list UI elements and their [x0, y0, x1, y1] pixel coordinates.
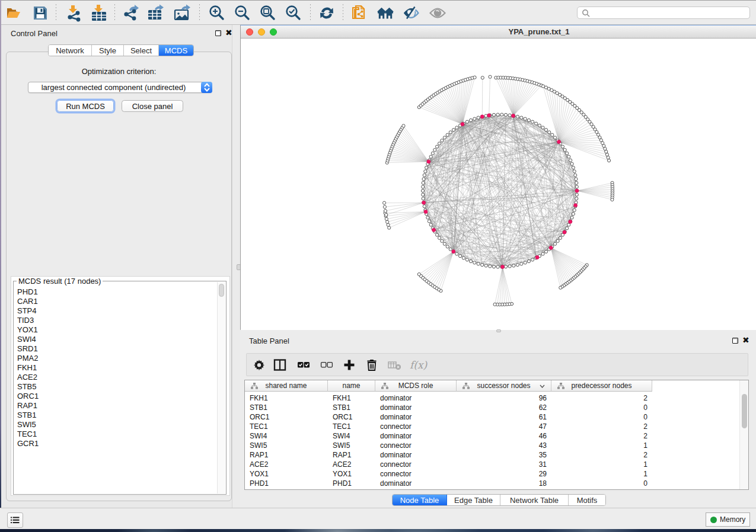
result-item[interactable]: SWI4 — [14, 335, 217, 344]
cell-predecessor-nodes: 0 — [551, 412, 652, 422]
main-toolbar — [0, 0, 756, 25]
tab-edge-table[interactable]: Edge Table — [447, 495, 500, 505]
result-item[interactable]: YOX1 — [14, 325, 217, 335]
zoom-selected-icon[interactable] — [284, 4, 302, 22]
table-row[interactable]: PHD1PHD1dominator180 — [245, 479, 739, 488]
result-item[interactable]: FKH1 — [14, 363, 217, 373]
table-row[interactable]: STB1STB1dominator620 — [245, 403, 739, 412]
table-row[interactable]: SWI4SWI4dominator462 — [245, 431, 739, 441]
result-item[interactable]: ORC1 — [14, 392, 217, 401]
delete-table-icon[interactable] — [387, 358, 401, 372]
window-close-icon[interactable] — [246, 28, 253, 36]
optimization-criterion-select[interactable]: largest connected component (undirected) — [28, 82, 212, 93]
cell-predecessor-nodes: 2 — [551, 393, 652, 403]
cell-shared-name: SWI5 — [245, 441, 328, 450]
function-builder-icon[interactable]: f(x) — [409, 358, 428, 372]
close-panel-button[interactable]: Close panel — [122, 100, 183, 112]
result-item[interactable]: STP4 — [14, 306, 217, 316]
table-row[interactable]: TEC1TEC1connector472 — [245, 422, 739, 431]
tab-network-table[interactable]: Network Table — [500, 495, 569, 505]
result-item[interactable]: STB5 — [14, 382, 217, 392]
result-scrollbar[interactable] — [217, 282, 225, 493]
table-row[interactable]: RAP1RAP1dominator352 — [245, 450, 739, 460]
panel-menu-button[interactable] — [7, 512, 23, 528]
memory-button[interactable]: Memory — [706, 512, 750, 527]
close-panel-icon[interactable]: ✖ — [225, 30, 232, 36]
cell-shared-name: PHD1 — [245, 479, 328, 488]
hide-panels-icon[interactable] — [402, 4, 420, 22]
table-row[interactable]: ORC1ORC1dominator610 — [245, 412, 739, 422]
control-panel-title: Control Panel — [11, 29, 58, 38]
select-all-rows-icon[interactable] — [296, 358, 311, 372]
mcds-result-panel: MCDS result (17 nodes) PHD1CAR1STP4TID3Y… — [11, 276, 230, 496]
column-header-MCDS-role[interactable]: MCDS role — [375, 380, 457, 392]
save-session-icon[interactable] — [31, 4, 49, 22]
table-scrollbar[interactable] — [739, 380, 748, 489]
show-all-panels-icon[interactable] — [377, 4, 394, 22]
refresh-layout-icon[interactable] — [318, 4, 336, 22]
mcds-result-list[interactable]: PHD1CAR1STP4TID3YOX1SWI4SRD1PMA2FKH1ACE2… — [14, 287, 217, 493]
result-item[interactable]: RAP1 — [14, 401, 217, 411]
table-row[interactable]: YOX1YOX1connector291 — [245, 469, 739, 479]
result-scrollbar-thumb[interactable] — [219, 284, 224, 297]
tab-mcds[interactable]: MCDS — [159, 45, 193, 56]
result-item[interactable]: PMA2 — [14, 354, 217, 363]
tab-network[interactable]: Network — [49, 45, 92, 56]
table-row[interactable]: FKH1FKH1dominator962 — [245, 393, 739, 403]
table-scrollbar-thumb[interactable] — [742, 394, 747, 428]
export-table-icon[interactable] — [146, 4, 164, 22]
status-bar: Memory — [0, 508, 756, 529]
delete-columns-icon[interactable] — [365, 358, 379, 372]
cell-successor-nodes: 43 — [457, 441, 551, 450]
search-input[interactable] — [592, 8, 746, 18]
table-row[interactable]: ACE2ACE2connector311 — [245, 460, 739, 469]
export-image-icon[interactable] — [173, 4, 191, 22]
tab-style[interactable]: Style — [92, 45, 124, 56]
tab-motifs[interactable]: Motifs — [569, 495, 605, 505]
cell-shared-name: ORC1 — [245, 412, 328, 422]
toggle-column-pane-icon[interactable] — [273, 358, 287, 372]
run-mcds-button[interactable]: Run MCDS — [57, 100, 114, 112]
add-column-icon[interactable] — [342, 358, 356, 372]
zoom-fit-icon[interactable] — [259, 4, 276, 22]
result-item[interactable]: GCR1 — [14, 439, 217, 448]
import-network-icon[interactable] — [65, 4, 82, 22]
float-panel-icon[interactable] — [215, 30, 221, 36]
cell-predecessor-nodes: 0 — [551, 403, 652, 412]
result-item[interactable]: CAR1 — [14, 297, 217, 306]
cell-shared-name: RAP1 — [245, 450, 328, 460]
result-item[interactable]: STB1 — [14, 411, 217, 420]
deselect-all-rows-icon[interactable] — [320, 358, 334, 372]
table-settings-icon[interactable] — [252, 358, 266, 372]
search-box[interactable] — [577, 7, 750, 19]
column-header-name[interactable]: name — [328, 380, 375, 392]
open-file-icon[interactable] — [5, 4, 23, 22]
result-item[interactable]: ACE2 — [14, 373, 217, 382]
mcds-result-group: MCDS result (17 nodes) PHD1CAR1STP4TID3Y… — [13, 281, 227, 495]
window-maximize-icon[interactable] — [270, 28, 277, 36]
close-table-panel-icon[interactable]: ✖ — [742, 337, 749, 343]
network-view[interactable] — [241, 39, 756, 330]
result-item[interactable]: SRD1 — [14, 344, 217, 354]
share-session-icon[interactable] — [350, 4, 368, 22]
window-minimize-icon[interactable] — [258, 28, 265, 36]
vertical-splitter[interactable] — [232, 25, 240, 508]
column-header-shared-name[interactable]: shared name — [245, 380, 328, 392]
import-table-icon[interactable] — [90, 4, 108, 22]
result-item[interactable]: TID3 — [14, 316, 217, 325]
tab-node-table[interactable]: Node Table — [393, 495, 447, 505]
cell-MCDS-role: dominator — [375, 450, 457, 460]
column-header-successor-nodes[interactable]: successor nodes — [457, 380, 551, 392]
column-header-predecessor-nodes[interactable]: predecessor nodes — [551, 380, 652, 392]
zoom-out-icon[interactable] — [233, 4, 251, 22]
export-network-icon[interactable] — [122, 4, 139, 22]
table-row[interactable]: SWI5SWI5connector431 — [245, 441, 739, 450]
network-window-titlebar[interactable]: YPA_prune.txt_1 — [241, 25, 756, 39]
zoom-in-icon[interactable] — [208, 4, 225, 22]
tab-select[interactable]: Select — [124, 45, 159, 56]
result-item[interactable]: PHD1 — [14, 287, 217, 297]
show-graphics-details-icon[interactable] — [429, 4, 446, 22]
result-item[interactable]: SWI5 — [14, 420, 217, 430]
result-item[interactable]: TEC1 — [14, 430, 217, 439]
float-table-panel-icon[interactable] — [732, 338, 738, 344]
